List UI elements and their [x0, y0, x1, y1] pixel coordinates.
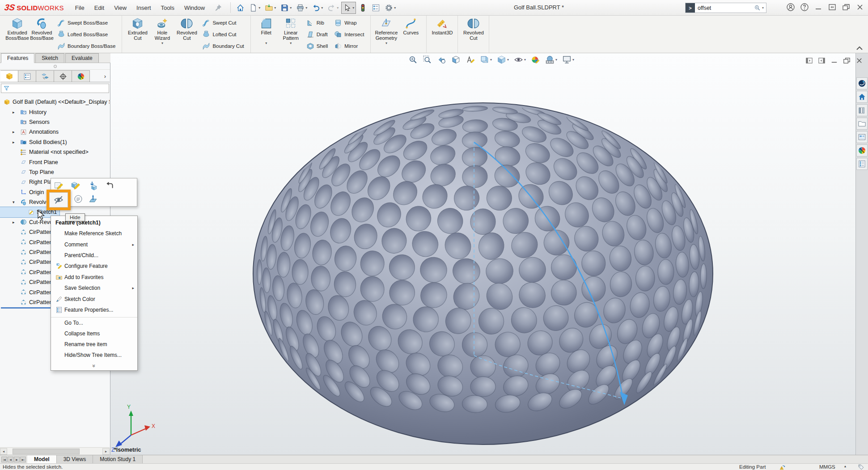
revolved-cut-pinned-button[interactable]: Revolved Cut ▾ — [461, 17, 486, 41]
tab-scroll-right-button[interactable]: ▶ — [14, 457, 20, 462]
ribbon-collapse-chevron-icon[interactable] — [855, 45, 864, 51]
menu-item-configure-feature[interactable]: Configure Feature ▸ — [51, 261, 137, 271]
golf-ball-model[interactable]: Y X Z — [110, 53, 855, 455]
menu-expand-chevron[interactable]: » — [51, 361, 137, 370]
home-button[interactable]: ▾ — [234, 2, 246, 14]
zoom-to-area-button[interactable]: ▾ — [422, 54, 433, 65]
configurationmanager-tab[interactable] — [36, 70, 54, 82]
dock-pane-left-button[interactable] — [804, 56, 814, 65]
insert-into-new-part-button[interactable] — [88, 181, 97, 191]
tree-item-history[interactable]: ▸ History — [0, 107, 49, 117]
view-palette-pane-button[interactable] — [856, 131, 868, 143]
menu-item-hide-show-tree-items[interactable]: Hide/Show Tree Items... ▸ — [51, 350, 137, 360]
edit-sketch-button[interactable] — [54, 181, 64, 191]
boundary-cut-button[interactable]: Boundary Cut — [200, 40, 246, 52]
dropdown-arrow-icon[interactable]: ▾ — [161, 42, 163, 45]
dropdown-arrow-icon[interactable]: ▾ — [290, 6, 292, 10]
reference-geometry-button[interactable]: Reference Geometry ▾ — [374, 17, 398, 45]
featuremanager-tab[interactable] — [0, 70, 18, 82]
tree-item-top-plane[interactable]: Top Plane — [0, 167, 57, 177]
draft-button[interactable]: Draft — [304, 29, 330, 40]
tab-features[interactable]: Features — [1, 53, 34, 63]
window-restore-button[interactable] — [842, 3, 851, 12]
search-dropdown-icon[interactable]: ▾ — [762, 6, 764, 10]
edit-appearance-button[interactable]: ▾ — [530, 54, 541, 65]
menu-insert[interactable]: Insert — [131, 0, 156, 15]
login-button[interactable] — [786, 3, 795, 12]
splitter-handle-icon[interactable] — [54, 65, 57, 68]
dropdown-arrow-icon[interactable]: ▾ — [290, 42, 292, 45]
document-minimize-button[interactable] — [829, 56, 839, 65]
shell-button[interactable]: Shell — [304, 40, 330, 52]
revolved-boss-base-button[interactable]: Revolved Boss/Base ▾ — [30, 17, 54, 41]
file-explorer-pane-button[interactable] — [856, 118, 868, 130]
hide-show-items-button[interactable]: ▾ — [513, 54, 527, 65]
boundary-boss-base-button[interactable]: Boundary Boss/Base — [55, 40, 118, 52]
tree-item-sensors[interactable]: Sensors — [0, 117, 52, 127]
dropdown-arrow-icon[interactable]: ▾ — [274, 6, 276, 10]
new-document-button[interactable]: ▾ — [247, 2, 262, 14]
tab-model[interactable]: Model — [27, 455, 57, 463]
wrap-button[interactable]: Wrap — [332, 17, 366, 29]
search-commands-icon[interactable]: > — [686, 3, 695, 13]
instant3d-button[interactable]: Instant3D ▾ — [430, 17, 454, 41]
menu-item-make-reference-sketch[interactable]: Make Reference Sketch ▸ — [51, 228, 137, 239]
menu-item-sketch-color[interactable]: Sketch Color ▸ — [51, 293, 137, 304]
scrollbar-thumb[interactable] — [13, 449, 80, 454]
undo-button[interactable]: ▾ — [310, 2, 325, 14]
tab-3d-views[interactable]: 3D Views — [57, 455, 93, 463]
print-button[interactable]: ▾ — [294, 2, 309, 14]
rib-button[interactable]: Rib — [304, 17, 330, 29]
dropdown-arrow-icon[interactable]: ▾ — [507, 58, 509, 62]
save-button[interactable]: ▾ — [279, 2, 293, 14]
extruded-boss-base-button[interactable]: Extruded Boss/Base ▾ — [5, 17, 30, 41]
previous-view-button[interactable]: ▾ — [436, 54, 447, 65]
edit-feature-button[interactable] — [71, 181, 80, 191]
dropdown-arrow-icon[interactable]: ▾ — [265, 42, 267, 45]
linear-pattern-button[interactable]: Linear Pattern ▾ — [279, 17, 303, 45]
redo-button[interactable]: ▾ — [326, 2, 340, 14]
feature-tree-filter-input[interactable] — [12, 85, 107, 92]
scrollbar-track[interactable] — [7, 448, 102, 455]
window-close-button[interactable] — [855, 3, 864, 12]
view-orientation-button[interactable]: ▾ — [479, 54, 493, 65]
annotation-views-button[interactable]: ▾ — [465, 54, 476, 65]
menu-item-feature-properties[interactable]: Feature Properties... ▸ — [51, 305, 137, 315]
hole-wizard-button[interactable]: Hole Wizard ▾ — [150, 17, 174, 45]
dropdown-arrow-icon[interactable]: ▾ — [555, 58, 557, 62]
menu-item-add-to-favorites[interactable]: Add to Favorites ▸ — [51, 272, 137, 283]
search-input[interactable] — [695, 5, 754, 11]
scroll-right-button[interactable]: ▸ — [102, 448, 110, 455]
window-minimize-button[interactable] — [814, 3, 823, 12]
menu-item-rename-tree-item[interactable]: Rename tree item ▸ — [51, 339, 137, 350]
menu-item-comment[interactable]: Comment ▸ — [51, 239, 137, 250]
revolved-cut-button[interactable]: Revolved Cut ▾ — [174, 17, 199, 45]
tree-item-part-root[interactable]: Golf Ball (Default) <<Default>_Display S… — [0, 97, 110, 107]
select-tool-button[interactable]: ▾ — [341, 2, 356, 14]
apply-scene-button[interactable]: ▾ — [544, 54, 558, 65]
tab-sketch[interactable]: Sketch — [35, 53, 64, 63]
intersect-button[interactable]: Intersect — [332, 29, 366, 40]
display-style-button[interactable]: ▾ — [496, 54, 510, 65]
3dexperience-pane-button[interactable] — [856, 77, 868, 89]
swept-cut-button[interactable]: Swept Cut — [200, 17, 246, 29]
dropdown-arrow-icon[interactable]: ▾ — [490, 58, 492, 62]
settings-button[interactable]: ▾ — [383, 2, 398, 14]
expand-arrow-icon[interactable]: ▸ — [11, 140, 20, 144]
zoom-to-fit-button[interactable]: ▾ — [407, 54, 419, 65]
curves-button[interactable]: Curves ▾ — [398, 17, 423, 45]
panel-splitter[interactable] — [0, 63, 110, 70]
back-button[interactable] — [105, 181, 114, 191]
window-span-displays-button[interactable] — [828, 3, 837, 12]
highlighted-hide-button[interactable] — [47, 190, 71, 210]
expand-arrow-icon[interactable]: ▾ — [11, 200, 20, 204]
help-button[interactable] — [800, 3, 809, 12]
menu-item-parent-child[interactable]: Parent/Child... ▸ — [51, 250, 137, 261]
section-view-button[interactable]: ▾ — [450, 54, 462, 65]
custom-properties-pane-button[interactable] — [856, 158, 868, 170]
dropdown-arrow-icon[interactable]: ▾ — [352, 6, 354, 10]
menu-tools[interactable]: Tools — [156, 0, 179, 15]
dropdown-arrow-icon[interactable]: ▾ — [524, 58, 526, 62]
expand-arrow-icon[interactable]: ▸ — [11, 220, 20, 224]
dropdown-arrow-icon[interactable]: ▾ — [337, 6, 339, 10]
